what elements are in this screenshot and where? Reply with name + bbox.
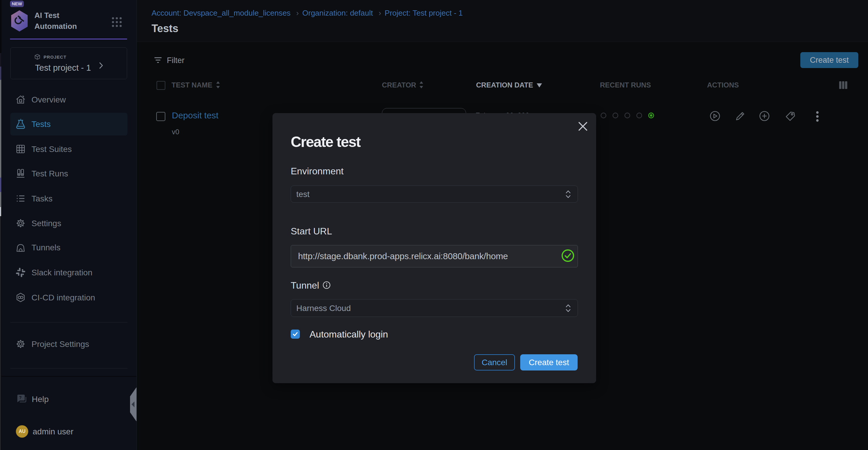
svg-text:?: ? [19, 395, 22, 400]
